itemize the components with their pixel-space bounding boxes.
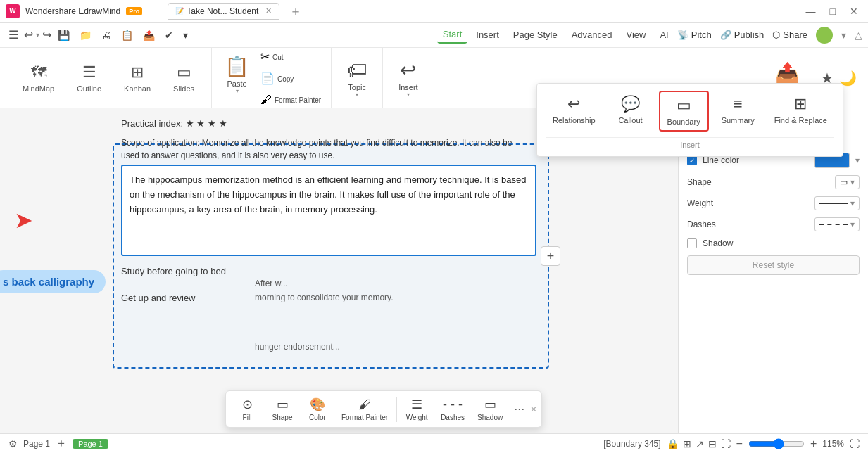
active-tab[interactable]: 📝 Take Not... Student ✕	[168, 3, 279, 20]
dashes-dropdown-arrow[interactable]: ▾	[850, 219, 855, 229]
copy2-icon[interactable]: 📋	[118, 27, 137, 43]
float-weight-button[interactable]: ☰ Weight	[400, 394, 434, 424]
float-color-label: Color	[309, 414, 326, 421]
nav-page-style[interactable]: Page Style	[508, 27, 563, 43]
find-replace-item[interactable]: ⊞ Find & Replace	[767, 91, 834, 129]
inner-text-box[interactable]: The hippocampus memorization method is a…	[121, 165, 536, 256]
nav-items: Start Insert Page Style Advanced View AI	[437, 26, 674, 44]
cut-button[interactable]: ✂ Cut	[256, 47, 325, 66]
nav-insert[interactable]: Insert	[470, 27, 505, 43]
tab-close-icon[interactable]: ✕	[265, 6, 272, 15]
insert-dropdown-panel: ↩ Relationship 💬 Callout ▭ Boundary ≡ Su…	[536, 83, 843, 157]
export2-icon[interactable]: 📤	[139, 27, 158, 43]
share-icon: ⬡	[772, 30, 780, 40]
mindmap-icon: 🗺	[31, 63, 46, 82]
float-color-icon: 🎨	[310, 397, 325, 412]
save-icon[interactable]: 💾	[54, 27, 73, 43]
folder-icon[interactable]: 📁	[76, 27, 95, 43]
zoom-slider[interactable]	[748, 438, 805, 449]
float-fill-icon: ⊙	[242, 397, 253, 412]
fullscreen-icon[interactable]: ⛶	[721, 438, 731, 449]
hamburger-menu-icon[interactable]: ☰	[6, 25, 21, 44]
close-button[interactable]: ✕	[845, 6, 862, 17]
nav-ai[interactable]: AI	[654, 27, 674, 43]
float-format-painter-button[interactable]: 🖌 Format Painter	[336, 395, 394, 424]
floating-toolbar: ⊙ Fill ▭ Shape 🎨 Color 🖌 Format Painter …	[225, 390, 542, 428]
undo-icon[interactable]: ↩	[24, 28, 33, 42]
nav-view[interactable]: View	[621, 27, 652, 43]
settings-icon[interactable]: ⚙	[8, 438, 18, 449]
export-icon: 📤	[775, 61, 800, 84]
slides-mode-button[interactable]: ▭ Slides	[165, 59, 203, 97]
hunger-text: hunger endorsement...	[255, 342, 340, 352]
minimize-button[interactable]: —	[802, 6, 820, 17]
mindmap-label: MindMap	[23, 84, 54, 93]
float-fill-label: Fill	[243, 414, 252, 421]
shadow-checkbox[interactable]	[687, 238, 697, 248]
insert-button[interactable]: ↩ Insert ▾	[391, 54, 425, 102]
float-collapse-icon[interactable]: ✕	[530, 404, 537, 414]
weight-select[interactable]: ▾	[814, 196, 860, 210]
float-weight-label: Weight	[406, 414, 428, 421]
share2-icon[interactable]: ↗	[696, 438, 704, 449]
outline-mode-button[interactable]: ☰ Outline	[68, 59, 110, 97]
weight-preview	[819, 203, 848, 204]
nav-advanced[interactable]: Advanced	[566, 27, 618, 43]
line-color-checkbox[interactable]	[687, 155, 697, 165]
print-icon[interactable]: 🖨	[98, 27, 115, 43]
nav-start[interactable]: Start	[437, 26, 467, 44]
fit-icon[interactable]: ⊞	[683, 438, 691, 449]
collapse-ribbon-icon[interactable]: △	[855, 30, 862, 41]
pitch-button[interactable]: 📡 Pitch	[677, 30, 712, 40]
mindmap-mode-button[interactable]: 🗺 MindMap	[14, 59, 63, 97]
boundary-item[interactable]: ▭ Boundary	[659, 91, 709, 132]
pitch-label: Pitch	[691, 30, 712, 40]
float-more-button[interactable]: ···	[510, 399, 529, 419]
weight-dropdown-arrow[interactable]: ▾	[850, 198, 855, 208]
arrow-down-icon[interactable]: ▾	[180, 27, 191, 43]
add-node-button[interactable]: +	[541, 246, 560, 266]
kanban-mode-button[interactable]: ⊞ Kanban	[115, 59, 159, 97]
check-icon[interactable]: ✔	[161, 27, 177, 43]
lock-icon[interactable]: 🔒	[667, 438, 679, 449]
maximize-button[interactable]: □	[826, 6, 840, 17]
publish-button[interactable]: 🔗 Publish	[720, 30, 765, 40]
zoom-in-icon[interactable]: +	[810, 438, 817, 450]
page-add-icon[interactable]: ＋	[56, 436, 67, 451]
zoom-out-icon[interactable]: −	[736, 438, 743, 450]
float-fill-button[interactable]: ⊙ Fill	[230, 394, 264, 424]
shape-select[interactable]: ▭ ▾	[835, 175, 860, 189]
paste-button[interactable]: 📋 Paste ▾	[218, 51, 256, 105]
topic-section: 🏷 Topic ▾	[332, 48, 383, 108]
shape-dropdown-arrow[interactable]: ▾	[850, 177, 855, 187]
share-button[interactable]: ⬡ Share	[772, 30, 807, 40]
boundary-info: [Boundary 345]	[603, 439, 660, 449]
summary-item[interactable]: ≡ Summary	[715, 91, 762, 129]
new-tab-btn[interactable]: ＋	[285, 3, 306, 20]
relationship-item[interactable]: ↩ Relationship	[546, 91, 603, 129]
page-badge[interactable]: Page 1	[73, 439, 108, 449]
format-painter-button[interactable]: 🖌 Format Painter	[256, 91, 325, 109]
callout-item[interactable]: 💬 Callout	[608, 91, 653, 129]
find-replace-label: Find & Replace	[774, 116, 827, 125]
redo-icon[interactable]: ↪	[42, 28, 51, 42]
float-shape-button[interactable]: ▭ Shape	[265, 394, 299, 424]
reset-style-button[interactable]: Reset style	[687, 255, 860, 275]
line-color-dropdown-arrow[interactable]: ▾	[855, 155, 860, 165]
canvas[interactable]: ➤ s back calligraphy Practical index: ★ …	[0, 108, 678, 433]
page-indicator: Page 1	[23, 439, 50, 449]
dashes-select[interactable]: ▾	[814, 217, 860, 231]
status-icons: 🔒 ⊞ ↗ ⊟ ⛶	[667, 438, 731, 449]
fit-width-icon[interactable]: ⛶	[850, 438, 860, 449]
cut-label: Cut	[272, 53, 284, 61]
topic-button[interactable]: 🏷 Topic ▾	[340, 54, 374, 102]
float-shadow-button[interactable]: ▭ Shadow	[472, 394, 508, 424]
more-options-icon[interactable]: ▾	[841, 30, 846, 41]
copy-button[interactable]: 📄 Copy	[256, 69, 325, 88]
avatar[interactable]	[816, 27, 833, 44]
float-color-button[interactable]: 🎨 Color	[301, 394, 334, 424]
grid-icon[interactable]: ⊟	[708, 438, 717, 449]
float-dashes-button[interactable]: - - - Dashes	[435, 395, 470, 424]
boundary-box[interactable]: Practical index: ★ ★ ★ ★ Scope of applic…	[113, 143, 549, 369]
shape-row: Shape ▭ ▾	[687, 175, 860, 189]
